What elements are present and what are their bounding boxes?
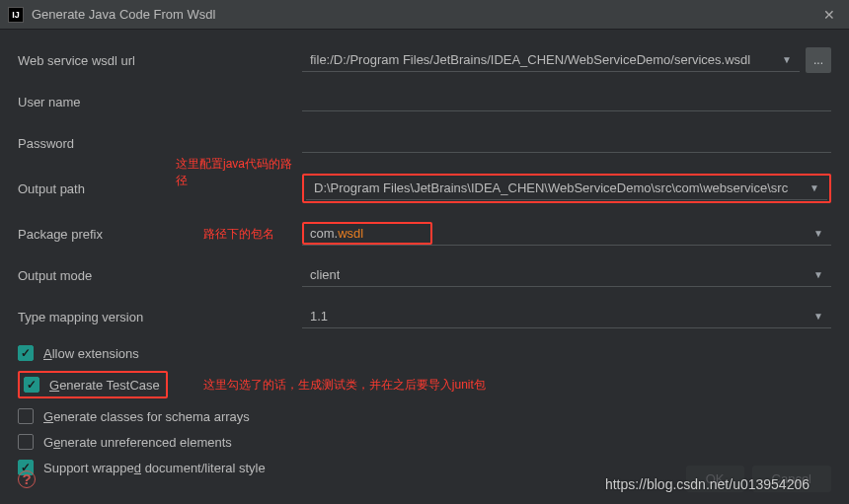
generate-unreferenced-label: Generate unreferenced elements: [43, 435, 232, 450]
wsdl-url-value: file:/D:/Program Files/JetBrains/IDEA_CH…: [310, 52, 750, 67]
chevron-down-icon: ▼: [782, 54, 792, 65]
output-path-select[interactable]: D:\Program Files\JetBrains\IDEA_CHEN\Web…: [306, 177, 827, 200]
output-path-value: D:\Program Files\JetBrains\IDEA_CHEN\Web…: [314, 180, 788, 195]
chevron-down-icon: ▼: [810, 182, 819, 193]
label-type-mapping: Type mapping version: [18, 310, 176, 324]
annotation-package: 路径下的包名: [176, 226, 302, 243]
chevron-down-icon: ▼: [813, 228, 823, 239]
row-output-path: Output path 这里配置java代码的路径 D:\Program Fil…: [18, 172, 831, 205]
wsdl-url-select[interactable]: file:/D:/Program Files/JetBrains/IDEA_CH…: [302, 48, 800, 72]
output-mode-value: client: [310, 267, 340, 282]
label-username: User name: [18, 95, 176, 109]
row-output-mode: Output mode client ▼: [18, 262, 831, 288]
type-mapping-select[interactable]: 1.1 ▼: [302, 305, 831, 328]
chevron-down-icon: ▼: [813, 311, 823, 322]
help-icon[interactable]: ?: [18, 470, 36, 488]
generate-schema-checkbox[interactable]: [18, 408, 34, 424]
annotation-output-path: 这里配置java代码的路径: [176, 156, 302, 189]
annotation-testcase: 这里勾选了的话，生成测试类，并在之后要导入junit包: [203, 377, 486, 394]
cancel-button[interactable]: Cancel: [752, 466, 831, 492]
checkbox-row-generate-schema: Generate classes for schema arrays: [18, 408, 831, 424]
type-mapping-value: 1.1: [310, 309, 328, 324]
allow-extensions-checkbox[interactable]: [18, 345, 34, 361]
titlebar: IJ Generate Java Code From Wsdl ✕: [0, 0, 849, 30]
label-wsdl-url: Web service wsdl url: [18, 53, 176, 68]
generate-testcase-label: Generate TestCase: [49, 378, 160, 393]
label-output-mode: Output mode: [18, 268, 176, 283]
username-input[interactable]: [302, 92, 831, 111]
row-password: Password: [18, 130, 831, 156]
dialog-content: Web service wsdl url file:/D:/Program Fi…: [0, 30, 849, 493]
generate-unreferenced-checkbox[interactable]: [18, 434, 34, 450]
browse-wsdl-button[interactable]: ...: [806, 47, 831, 73]
ok-button[interactable]: OK: [686, 466, 744, 492]
row-package-prefix: Package prefix 路径下的包名 com.wsdl ▼: [18, 221, 831, 247]
package-prefix-value-pre: com.: [310, 226, 338, 241]
row-username: User name: [18, 89, 831, 114]
allow-extensions-label: Allow extensions: [43, 346, 139, 361]
output-mode-select[interactable]: client ▼: [302, 263, 831, 287]
label-package-prefix: Package prefix: [18, 227, 176, 242]
row-wsdl-url: Web service wsdl url file:/D:/Program Fi…: [18, 47, 831, 73]
row-type-mapping: Type mapping version 1.1 ▼: [18, 304, 831, 329]
window-title: Generate Java Code From Wsdl: [32, 7, 215, 22]
package-prefix-select[interactable]: com.wsdl ▼: [302, 222, 831, 246]
password-input[interactable]: [302, 133, 831, 153]
checkbox-row-generate-unreferenced: Generate unreferenced elements: [18, 434, 831, 450]
label-output-path: Output path: [18, 181, 176, 196]
dialog-footer: ? OK Cancel: [0, 466, 849, 492]
app-icon: IJ: [8, 7, 24, 23]
label-password: Password: [18, 136, 176, 151]
checkbox-row-allow-extensions: Allow extensions: [18, 345, 831, 361]
chevron-down-icon: ▼: [813, 269, 823, 280]
package-prefix-value-hl: wsdl: [338, 226, 363, 241]
generate-testcase-checkbox[interactable]: [24, 377, 39, 393]
close-button[interactable]: ✕: [817, 5, 841, 25]
checkbox-row-generate-testcase: Generate TestCase 这里勾选了的话，生成测试类，并在之后要导入j…: [18, 371, 831, 398]
generate-schema-label: Generate classes for schema arrays: [43, 409, 250, 424]
